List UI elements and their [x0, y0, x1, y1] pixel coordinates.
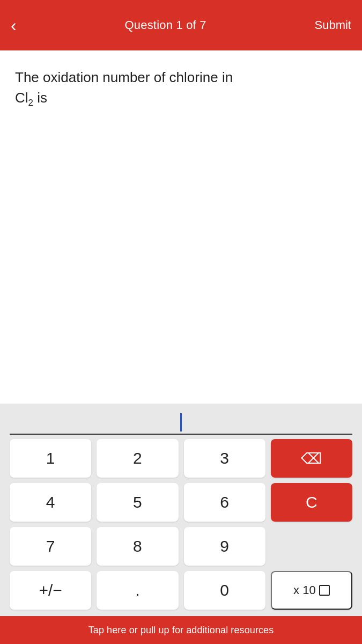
- clear-button[interactable]: C: [271, 483, 352, 522]
- answer-cursor: [180, 413, 182, 431]
- key-decimal[interactable]: .: [97, 571, 178, 610]
- resources-bar[interactable]: Tap here or pull up for additional resou…: [0, 616, 362, 644]
- answer-underline: [10, 434, 352, 435]
- question-area: The oxidation number of chlorine in Cl2 …: [0, 50, 362, 404]
- key-6[interactable]: 6: [184, 483, 265, 522]
- key-8[interactable]: 8: [97, 527, 178, 566]
- submit-button[interactable]: Submit: [315, 18, 351, 32]
- clear-icon: C: [306, 493, 317, 511]
- x10-label: x 10: [293, 583, 316, 597]
- key-9[interactable]: 9: [184, 527, 265, 566]
- answer-bar: [10, 404, 352, 439]
- backspace-icon: ⌫: [301, 450, 322, 467]
- question-text: The oxidation number of chlorine in Cl2 …: [15, 68, 347, 109]
- question-line2: Cl2 is: [15, 90, 47, 106]
- backspace-button[interactable]: ⌫: [271, 439, 352, 478]
- key-0[interactable]: 0: [184, 571, 265, 610]
- keypad-area: 1 2 3 ⌫ 4 5 6 C 7 8 9 +/− . 0 x 10: [0, 404, 362, 616]
- key-x10[interactable]: x 10: [271, 571, 352, 610]
- resources-label: Tap here or pull up for additional resou…: [88, 625, 274, 636]
- key-7[interactable]: 7: [10, 527, 91, 566]
- key-5[interactable]: 5: [97, 483, 178, 522]
- key-3[interactable]: 3: [184, 439, 265, 478]
- key-2[interactable]: 2: [97, 439, 178, 478]
- key-4[interactable]: 4: [10, 483, 91, 522]
- key-plus-minus[interactable]: +/−: [10, 571, 91, 610]
- keypad-grid: 1 2 3 ⌫ 4 5 6 C 7 8 9 +/− . 0 x 10: [10, 439, 352, 616]
- back-button[interactable]: ‹: [11, 17, 17, 34]
- x10-exponent-box: [319, 585, 330, 596]
- app-header: ‹ Question 1 of 7 Submit: [0, 0, 362, 50]
- question-progress: Question 1 of 7: [124, 18, 206, 32]
- key-1[interactable]: 1: [10, 439, 91, 478]
- question-line1: The oxidation number of chlorine in: [15, 69, 233, 85]
- empty-cell: [271, 527, 352, 566]
